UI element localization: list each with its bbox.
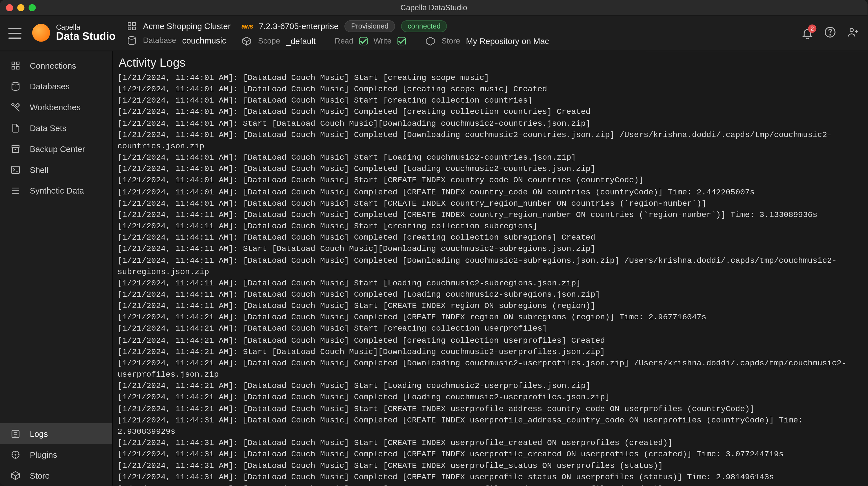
tools-icon [10, 101, 22, 113]
cluster-icon [126, 21, 137, 31]
box-icon [10, 469, 22, 481]
plugin-icon [10, 448, 22, 460]
svg-point-7 [850, 28, 853, 32]
svg-rect-0 [128, 22, 130, 25]
minimize-window-icon[interactable] [17, 4, 24, 11]
cloud-provider-icon: aws [241, 22, 253, 29]
sidebar-item-workbenches[interactable]: Workbenches [0, 97, 112, 118]
scope-label: Scope [258, 36, 280, 45]
sidebar-item-label: Synthetic Data [30, 186, 84, 195]
sidebar-item-shell[interactable]: Shell [0, 159, 112, 180]
sidebar-item-label: Shell [30, 165, 48, 174]
brand-line2: Data Studio [56, 31, 116, 42]
svg-rect-3 [132, 27, 135, 29]
database-icon [10, 80, 22, 92]
sidebar-item-label: Plugins [30, 450, 57, 459]
write-label: Write [374, 36, 392, 45]
cluster-name[interactable]: Acme Shopping Cluster [143, 21, 230, 31]
notification-count-badge: 2 [808, 24, 816, 32]
provision-badge: Provisioned [345, 20, 395, 32]
window-titlebar: Capella DataStudio [0, 0, 868, 16]
sidebar-item-plugins[interactable]: Plugins [0, 444, 112, 465]
store-value[interactable]: My Repository on Mac [466, 36, 549, 46]
maximize-window-icon[interactable] [29, 4, 36, 11]
scope-value[interactable]: _default [286, 36, 316, 46]
log-output[interactable]: [1/21/2024, 11:44:01 AM]: [DataLoad Couc… [113, 72, 868, 486]
notifications-button[interactable]: 2 [801, 27, 814, 39]
brand-line1: Capella [56, 24, 116, 31]
connection-badge: connected [401, 20, 447, 32]
write-checkbox[interactable] [398, 37, 406, 45]
sidebar-item-label: Data Sets [30, 123, 66, 133]
store-label: Store [442, 36, 460, 45]
window-title: Capella DataStudio [400, 3, 467, 12]
file-icon [10, 122, 22, 134]
cluster-version: 7.2.3-6705-enterprise [259, 21, 339, 31]
svg-point-18 [15, 454, 17, 455]
svg-rect-8 [12, 62, 14, 64]
page-title: Activity Logs [113, 51, 868, 72]
sidebar-item-store[interactable]: Store [0, 465, 112, 486]
read-label: Read [335, 36, 353, 45]
sidebar-item-connections[interactable]: Connections [0, 55, 112, 76]
logo-icon [32, 24, 50, 42]
app-logo[interactable]: Capella Data Studio [32, 24, 116, 42]
sidebar-item-label: Databases [30, 81, 69, 91]
main-toolbar: Capella Data Studio Acme Shopping Cluste… [0, 16, 868, 52]
sidebar-item-logs[interactable]: Logs [0, 423, 112, 444]
list-icon [10, 184, 22, 196]
store-icon [425, 35, 436, 46]
svg-rect-11 [17, 66, 19, 69]
database-icon [126, 35, 137, 45]
read-checkbox[interactable] [359, 37, 368, 45]
svg-point-4 [128, 36, 135, 39]
menu-button[interactable] [8, 28, 22, 38]
database-label: Database [143, 36, 176, 45]
archive-icon [10, 143, 22, 155]
sidebar-item-synthetic-data[interactable]: Synthetic Data [0, 180, 112, 201]
account-button[interactable] [846, 26, 859, 41]
sidebar-item-label: Backup Center [30, 144, 85, 153]
svg-rect-1 [132, 22, 135, 25]
svg-rect-14 [12, 147, 19, 152]
database-value[interactable]: couchmusic [182, 35, 226, 45]
sidebar-item-data-sets[interactable]: Data Sets [0, 117, 112, 138]
svg-rect-15 [11, 166, 20, 173]
svg-point-12 [12, 82, 19, 85]
log-icon [10, 427, 22, 439]
sidebar: ConnectionsDatabasesWorkbenchesData Sets… [0, 51, 113, 485]
svg-point-6 [830, 35, 830, 35]
svg-rect-9 [17, 62, 19, 64]
cluster-icon [10, 59, 22, 71]
sidebar-item-databases[interactable]: Databases [0, 76, 112, 97]
sidebar-item-label: Connections [30, 60, 76, 70]
sidebar-item-label: Store [30, 470, 50, 480]
svg-rect-2 [128, 27, 130, 29]
close-window-icon[interactable] [6, 4, 13, 11]
help-button[interactable] [824, 26, 837, 41]
sidebar-item-label: Workbenches [30, 102, 81, 112]
sidebar-item-label: Logs [30, 429, 48, 438]
terminal-icon [10, 163, 22, 176]
sidebar-item-backup-center[interactable]: Backup Center [0, 138, 112, 159]
svg-rect-10 [12, 66, 14, 69]
scope-icon [241, 35, 252, 46]
